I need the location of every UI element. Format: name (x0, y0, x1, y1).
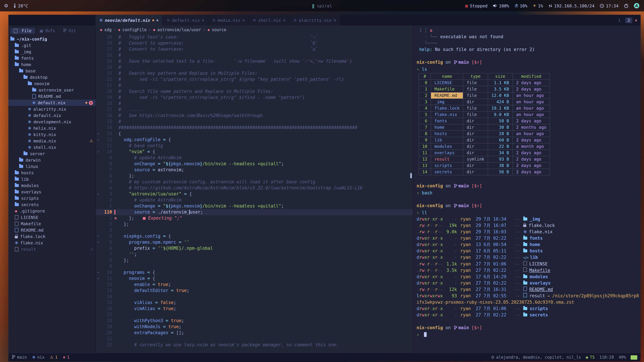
breadcrumb-item[interactable]: xdg (104, 27, 112, 32)
editor-line[interactable]: 7 source = astronvim; (96, 167, 413, 173)
buffer-tab[interactable]: ❄media.nix× (208, 15, 249, 25)
editor-line[interactable]: 2 }; (96, 221, 413, 227)
buffer-tab[interactable]: ❄default.nix× (163, 15, 208, 25)
tree-item-base[interactable]: base (8, 68, 96, 74)
file-explorer[interactable]: File▣BufsGit ~/nix-config.git_imgfontsho… (8, 25, 96, 353)
editor-line[interactable]: 9 (96, 264, 413, 270)
network-module[interactable]: 192.168.5.100/24 (548, 3, 594, 8)
editor-line[interactable]: 21 (96, 336, 413, 342)
editor-line[interactable]: 110 source = ./astronvim_user; (96, 209, 413, 215)
tree-item-flake.nix[interactable]: ❄flake.nix (8, 240, 96, 246)
tree-item-desktop[interactable]: desktop (8, 74, 96, 80)
tree-item-scripts[interactable]: scripts (8, 195, 96, 201)
close-tab-icon[interactable]: × (283, 17, 286, 23)
tree-item-lib[interactable]: lib (8, 176, 96, 182)
gear-icon[interactable]: ⚙ (4, 3, 8, 8)
tree-item-overlays[interactable]: overlays (8, 189, 96, 195)
tree-item-_img[interactable]: _img (8, 49, 96, 55)
editor-line[interactable]: 12 enable = true; (96, 282, 413, 288)
editor-line[interactable]: 8 onChange = "${pkgs.neovim}/bin/nvim --… (96, 161, 413, 167)
volume-module[interactable]: 100% (493, 3, 509, 8)
editor-line[interactable]: 25# Save the selected text to a file: `:… (96, 58, 413, 64)
power-icon[interactable] (624, 3, 628, 8)
editor-line[interactable]: 17# ...... (96, 107, 413, 113)
editor-line[interactable]: 21# (96, 82, 413, 88)
editor-line[interactable]: 15# (96, 119, 413, 125)
terminal-pane[interactable]: 1 │ a · ╰── executable was not found ╰──… (413, 25, 641, 353)
editor-line[interactable]: 18 withPython3 = true; (96, 318, 413, 324)
tree-item-default.nix[interactable]: ❄default.nix●× (8, 99, 96, 106)
editor-line[interactable]: 18# (96, 100, 413, 107)
tree-item-LICENSE[interactable]: LICENSE (8, 214, 96, 221)
tabpage-2[interactable]: 2 (625, 17, 632, 23)
temperature-module[interactable]: 28°C (13, 3, 28, 8)
editor-line[interactable]: 6 prefix = ''${HOME}/.npm-global (96, 245, 413, 251)
editor-line[interactable]: 14 (96, 294, 413, 300)
breadcrumb-item[interactable]: configFile (122, 27, 147, 32)
editor-line[interactable]: 3 (96, 227, 413, 233)
editor-line[interactable]: 5 # my cusotom astronvim config, astronv… (96, 179, 413, 185)
editor-line[interactable]: 11 # base config (96, 143, 413, 149)
close-tab-icon[interactable]: × (242, 17, 245, 23)
tree-item-alacritty.nix[interactable]: ❄alacritty.nix (8, 106, 96, 112)
tree-item-development.nix[interactable]: ❄development.nix (8, 119, 96, 125)
tree-item-kitty.nix[interactable]: ❄kitty.nix (8, 131, 96, 138)
keyboard-layout-badge[interactable]: A (634, 3, 639, 8)
editor-line[interactable]: ▾10 "nvim" = { (96, 149, 413, 155)
editor-line[interactable]: ▾11 neovim = { (96, 276, 413, 282)
editor-line[interactable]: 1⊗ };■ Expecting ";" (96, 215, 413, 221)
tree-item-Makefile[interactable]: Makefile (8, 221, 96, 227)
editor-line[interactable]: ▾5 programs.npm.npmrc = '' (96, 239, 413, 245)
tree-item-fonts[interactable]: fonts (8, 55, 96, 61)
editor-line[interactable]: 16 vimAlias = true; (96, 306, 413, 312)
editor-line[interactable]: 8 }; (96, 257, 413, 264)
breadcrumb-item[interactable]: source (212, 27, 226, 32)
editor-line[interactable]: 14######################################… (96, 125, 413, 131)
tree-item-linux[interactable]: linux (8, 163, 96, 170)
scrollbar-thumb[interactable] (410, 173, 412, 178)
buffer-tab[interactable]: ❄neovim/default.nix●× (96, 15, 163, 25)
tree-item-default.nix[interactable]: ❄default.nix (8, 112, 96, 119)
tree-item-hosts[interactable]: hosts (8, 170, 96, 176)
editor-line[interactable]: 22# sed -ri "s/pattern_str/replace_str/g… (96, 76, 413, 82)
editor-line[interactable]: 17 (96, 312, 413, 318)
close-tab-icon[interactable]: × (202, 17, 204, 23)
tree-item-.git[interactable]: .git (8, 42, 96, 49)
tree-item-flake.lock[interactable]: flake.lock (8, 233, 96, 240)
brightness-module[interactable]: ☀ 1% (533, 3, 543, 8)
tree-item-result[interactable]: result○ (8, 246, 96, 252)
close-tab-icon[interactable]: × (334, 17, 336, 23)
editor-line[interactable]: 4 # https://github.com/AstroNvim/AstroNv… (96, 185, 413, 191)
recording-module[interactable]: ■ Stopped (465, 3, 488, 8)
editor-line[interactable]: 2 # update AstroNvim (96, 197, 413, 203)
editor-line[interactable]: 19 withNodeJs = true; (96, 324, 413, 330)
disk-module[interactable]: 10% (514, 3, 527, 8)
tree-item-README.md[interactable]: README.md (8, 93, 96, 99)
editor-line[interactable]: 1 onChange = "${pkgs.neovim}/bin/nvim --… (96, 203, 413, 209)
buffer-tab[interactable]: ❄shell.nix× (249, 15, 290, 25)
pause-icon[interactable]: ‖ (312, 3, 314, 8)
explorer-tab-file[interactable]: File (10, 28, 35, 34)
tree-item-modules[interactable]: modules (8, 182, 96, 189)
explorer-tab-git[interactable]: Git (60, 27, 79, 34)
editor-pane[interactable]: ◆xdg›◆configFile›◆astronvim/lua/user›◆so… (96, 25, 413, 353)
editor-line[interactable]: ▾4 nixpkgs.config = { (96, 233, 413, 239)
editor-line[interactable]: 19# sed -ri "s/pattern_str/replace_str/g… (96, 94, 413, 100)
editor-line[interactable]: 13 defaultEditor = true; (96, 288, 413, 294)
tree-item-~/nix-config[interactable]: ~/nix-config (8, 36, 96, 42)
editor-line[interactable]: 20# Search file name pattern and Replace… (96, 88, 413, 94)
editor-line[interactable]: 20 extraPackages = []; (96, 330, 413, 336)
editor-line[interactable]: 6 }; (96, 173, 413, 179)
editor-line[interactable]: ▾13{ (96, 131, 413, 137)
close-icon[interactable]: × (635, 17, 637, 23)
editor-line[interactable]: 26# (96, 52, 413, 58)
error-count[interactable]: ⊗ 1 (63, 355, 70, 360)
editor-line[interactable]: 15 viAlias = false; (96, 300, 413, 306)
tree-item-shell.nix[interactable]: ❄shell.nix (8, 144, 96, 150)
buffer-tab[interactable]: ❄alacritty.nix× (290, 15, 340, 25)
tree-item-home[interactable]: home (8, 61, 96, 68)
editor-line[interactable]: ▾10 programs = { (96, 270, 413, 276)
editor-line[interactable]: 29# Toggle text's case: `~` (96, 34, 413, 40)
explorer-tab-bufs[interactable]: ▣Bufs (36, 28, 58, 34)
tree-item-.gitignore[interactable]: ◆.gitignore (8, 208, 96, 214)
